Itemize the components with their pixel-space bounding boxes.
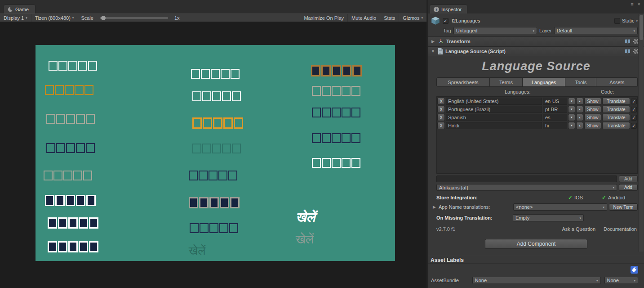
language-code-field[interactable]: es (543, 114, 567, 121)
language-picker-dropdown[interactable]: Afrikaans [af] ▾ (436, 184, 617, 191)
language-enabled-checkbox[interactable]: ✓ (631, 115, 637, 121)
delete-language-button[interactable]: X (437, 114, 445, 121)
game-tile[interactable] (83, 171, 92, 180)
language-code-field[interactable]: pt-BR (543, 106, 567, 113)
move-up-button[interactable]: ▲ (576, 122, 583, 129)
game-tile[interactable] (192, 144, 201, 153)
translate-language-button[interactable]: Translate (602, 106, 630, 113)
show-language-button[interactable]: Show (584, 114, 601, 121)
game-tile[interactable] (218, 171, 227, 180)
delete-language-button[interactable]: X (437, 106, 445, 113)
game-tile[interactable] (68, 217, 78, 229)
game-tile[interactable] (191, 69, 200, 79)
game-tile[interactable] (342, 65, 351, 76)
transform-component-header[interactable]: ▶ Transform (428, 36, 644, 46)
game-tile[interactable] (322, 158, 331, 168)
game-tile[interactable] (212, 144, 221, 153)
move-down-button[interactable]: ▼ (568, 114, 575, 121)
game-tile[interactable] (322, 86, 331, 96)
game-tile[interactable] (203, 117, 212, 129)
foldout-arrow-icon[interactable]: ▶ (431, 39, 435, 44)
tab-spreadsheets[interactable]: Spreadsheets (436, 77, 490, 87)
help-book-icon[interactable] (625, 49, 631, 54)
new-language-input[interactable] (436, 176, 617, 182)
translate-language-button[interactable]: Translate (602, 122, 630, 129)
game-tile[interactable] (202, 91, 211, 101)
language-name-field[interactable]: Hindi (446, 122, 542, 129)
delete-language-button[interactable]: X (437, 98, 445, 105)
game-tile[interactable] (351, 133, 360, 143)
documentation-link[interactable]: Documentation (604, 226, 637, 232)
game-tile[interactable] (332, 65, 341, 76)
tab-languages[interactable]: Languages (523, 77, 565, 87)
game-tile[interactable] (342, 108, 351, 117)
game-tile[interactable] (199, 171, 208, 180)
game-hindi-text[interactable]: खेलें (189, 245, 205, 257)
game-tile[interactable] (66, 114, 75, 124)
game-tile[interactable] (228, 171, 237, 180)
game-tile[interactable] (351, 86, 360, 96)
game-tile[interactable] (89, 241, 98, 252)
game-tile[interactable] (213, 117, 222, 129)
game-tile[interactable] (86, 143, 95, 153)
game-tile[interactable] (84, 85, 93, 95)
tag-dropdown[interactable]: Untagged ▾ (453, 27, 537, 34)
game-tile[interactable] (219, 223, 228, 233)
game-tile[interactable] (311, 65, 320, 76)
translate-language-button[interactable]: Translate (602, 114, 630, 121)
stats-button[interactable]: Stats (380, 14, 399, 22)
game-tile[interactable] (312, 133, 321, 143)
active-checkbox[interactable]: ✓ (443, 18, 449, 24)
scale-slider-thumb[interactable] (101, 16, 106, 20)
game-tile[interactable] (44, 171, 53, 180)
game-tile[interactable] (86, 114, 95, 124)
game-tile[interactable] (351, 158, 360, 168)
game-tile[interactable] (86, 195, 96, 206)
language-enabled-checkbox[interactable]: ✓ (631, 123, 637, 129)
game-tile[interactable] (79, 217, 88, 229)
game-hindi-text[interactable]: खेलें (296, 233, 314, 246)
game-tile[interactable] (190, 223, 199, 233)
add-picked-language-button[interactable]: Add (619, 184, 638, 191)
game-tile[interactable] (312, 158, 321, 168)
move-up-button[interactable]: ▲ (576, 98, 583, 105)
display-dropdown[interactable]: Display 1 ▾ (0, 14, 31, 22)
language-source-component-header[interactable]: ▼ Language Source (Script) (428, 46, 644, 56)
inspector-scrollbar-thumb[interactable] (640, 15, 643, 40)
move-up-button[interactable]: ▲ (576, 114, 583, 121)
language-name-field[interactable]: Portuguese (Brazil) (446, 106, 542, 113)
game-tile[interactable] (48, 241, 57, 252)
game-tile[interactable] (55, 85, 64, 95)
delete-language-button[interactable]: X (437, 122, 445, 129)
game-tile[interactable] (351, 108, 360, 117)
panel-menu-icon[interactable]: ≡ (631, 2, 633, 7)
game-tile[interactable] (342, 133, 351, 143)
game-tile[interactable] (209, 223, 218, 233)
tab-terms[interactable]: Terms (490, 77, 523, 87)
game-tile[interactable] (230, 197, 240, 208)
maximize-on-play-button[interactable]: Maximize On Play (300, 14, 347, 22)
game-tile[interactable] (312, 86, 321, 96)
move-down-button[interactable]: ▼ (568, 122, 575, 129)
game-tile[interactable] (76, 195, 85, 206)
foldout-arrow-icon[interactable]: ▼ (431, 49, 435, 54)
game-tile[interactable] (68, 61, 77, 71)
game-tile[interactable] (76, 114, 85, 124)
game-tile[interactable] (220, 197, 229, 208)
game-tile[interactable] (58, 241, 67, 252)
language-enabled-checkbox[interactable]: ✓ (631, 107, 637, 112)
game-tile[interactable] (222, 144, 231, 153)
assetbundle-variant-dropdown[interactable]: None ▾ (604, 277, 638, 284)
help-book-icon[interactable] (625, 39, 631, 44)
game-tile[interactable] (63, 171, 72, 180)
game-hindi-text[interactable]: खेलें (296, 210, 315, 225)
game-tile[interactable] (232, 144, 241, 153)
game-tile[interactable] (45, 195, 54, 206)
add-component-button[interactable]: Add Component (485, 239, 587, 249)
close-icon[interactable]: × (638, 2, 640, 7)
tab-tools[interactable]: Tools (565, 77, 596, 87)
tab-assets[interactable]: Assets (596, 77, 638, 87)
game-tile[interactable] (56, 143, 65, 153)
game-tile[interactable] (221, 69, 230, 79)
game-tile[interactable] (211, 69, 220, 79)
